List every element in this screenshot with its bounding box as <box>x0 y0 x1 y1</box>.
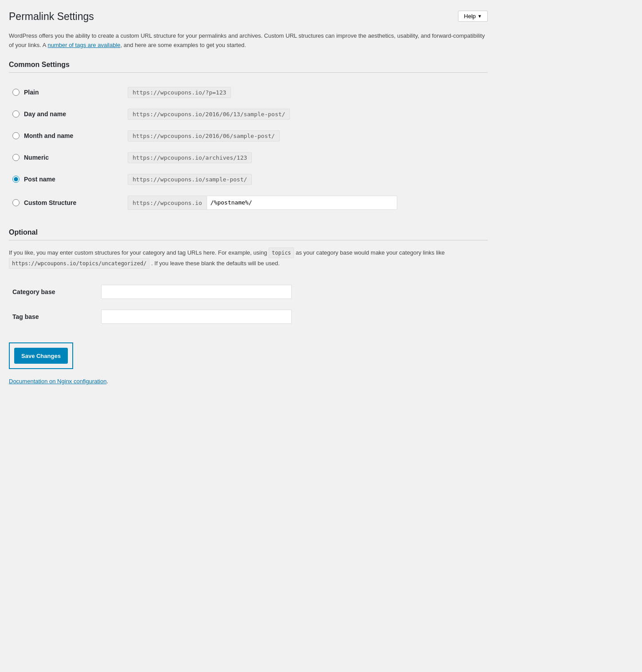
common-settings-table: Plain https://wpcoupons.io/?p=123 Day an… <box>9 82 488 215</box>
radio-label-numeric[interactable]: Numeric <box>12 154 121 161</box>
topics-code-tag: topics <box>269 248 294 258</box>
custom-url-prefix: https://wpcoupons.io <box>128 196 207 210</box>
radio-post-name[interactable] <box>12 176 20 183</box>
url-display-month-and-name: https://wpcoupons.io/2016/06/sample-post… <box>128 130 280 141</box>
radio-numeric[interactable] <box>12 154 20 161</box>
common-settings-row: Post name https://wpcoupons.io/sample-po… <box>9 169 488 190</box>
optional-text-after-topics: as your category base would make your ca… <box>294 249 445 256</box>
example-url-code-tag: https://wpcoupons.io/topics/uncategorize… <box>9 258 149 269</box>
radio-month-and-name[interactable] <box>12 132 20 139</box>
radio-label-text-post-name: Post name <box>24 176 55 183</box>
radio-label-text-plain: Plain <box>24 89 39 96</box>
common-settings-row: Day and name https://wpcoupons.io/2016/0… <box>9 103 488 125</box>
footer-doc-link-area: Documentation on Nginx configuration. <box>9 378 488 385</box>
optional-fields-table: Category base Tag base <box>9 279 488 329</box>
optional-input-category-base[interactable] <box>101 285 292 299</box>
save-changes-wrapper: Save Changes <box>9 342 73 369</box>
common-settings-row: Month and name https://wpcoupons.io/2016… <box>9 125 488 147</box>
radio-label-month-and-name[interactable]: Month and name <box>12 132 121 139</box>
optional-text-before-topics: If you like, you may enter custom struct… <box>9 249 269 256</box>
help-button-label: Help <box>464 13 476 20</box>
common-settings-row: Numeric https://wpcoupons.io/archives/12… <box>9 147 488 169</box>
radio-day-and-name[interactable] <box>12 110 20 118</box>
footer-doc-link-suffix: . <box>106 378 108 385</box>
nginx-doc-link[interactable]: Documentation on Nginx configuration <box>9 378 106 385</box>
custom-structure-radio[interactable] <box>12 199 20 206</box>
optional-text-end: . If you leave these blank the defaults … <box>149 260 279 267</box>
optional-input-tag-base[interactable] <box>101 310 292 324</box>
custom-structure-row: Custom Structure https://wpcoupons.io <box>9 190 488 215</box>
custom-structure-label-text: Custom Structure <box>24 199 76 206</box>
optional-title: Optional <box>9 228 488 240</box>
help-button[interactable]: Help ▼ <box>458 11 488 22</box>
intro-paragraph: WordPress offers you the ability to crea… <box>9 31 488 50</box>
optional-field-row: Category base <box>9 279 488 304</box>
radio-label-post-name[interactable]: Post name <box>12 176 121 183</box>
radio-label-text-month-and-name: Month and name <box>24 132 73 139</box>
save-changes-button[interactable]: Save Changes <box>14 348 68 364</box>
url-display-post-name: https://wpcoupons.io/sample-post/ <box>128 174 252 185</box>
optional-field-label-tag-base: Tag base <box>9 304 98 329</box>
url-display-day-and-name: https://wpcoupons.io/2016/06/13/sample-p… <box>128 109 290 120</box>
radio-label-plain[interactable]: Plain <box>12 89 121 96</box>
radio-label-text-day-and-name: Day and name <box>24 110 66 118</box>
url-display-plain: https://wpcoupons.io/?p=123 <box>128 87 231 98</box>
url-display-numeric: https://wpcoupons.io/archives/123 <box>128 152 252 163</box>
optional-description: If you like, you may enter custom struct… <box>9 248 488 269</box>
custom-structure-label[interactable]: Custom Structure <box>12 199 121 206</box>
tags-available-link[interactable]: number of tags are available <box>47 42 120 48</box>
radio-label-day-and-name[interactable]: Day and name <box>12 110 121 118</box>
radio-label-text-numeric: Numeric <box>24 154 49 161</box>
intro-text-after-link: , and here are some examples to get you … <box>120 42 246 48</box>
optional-section: Optional If you like, you may enter cust… <box>9 228 488 330</box>
custom-structure-input[interactable] <box>207 196 397 210</box>
common-settings-row: Plain https://wpcoupons.io/?p=123 <box>9 82 488 103</box>
page-title: Permalink Settings <box>9 11 488 23</box>
chevron-down-icon: ▼ <box>478 14 482 19</box>
common-settings-title: Common Settings <box>9 61 488 73</box>
radio-plain[interactable] <box>12 89 20 96</box>
optional-field-row: Tag base <box>9 304 488 329</box>
custom-structure-cell: https://wpcoupons.io <box>128 196 484 210</box>
optional-field-label-category-base: Category base <box>9 279 98 304</box>
